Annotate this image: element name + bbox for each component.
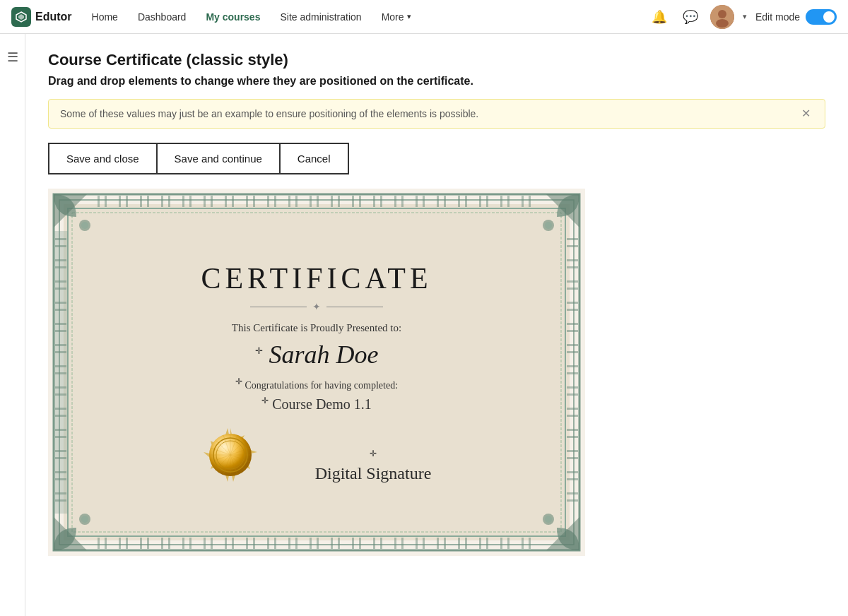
svg-rect-45 xyxy=(567,238,578,240)
svg-rect-147 xyxy=(458,538,460,549)
svg-rect-130 xyxy=(274,538,276,549)
divider-ornament: ✦ xyxy=(312,301,321,312)
svg-rect-127 xyxy=(246,538,248,549)
alert-text: Some of these values may just be an exam… xyxy=(60,108,478,119)
svg-rect-136 xyxy=(338,538,340,549)
page-subtitle: Drag and drop elements to change where t… xyxy=(48,75,825,88)
nav-home[interactable]: Home xyxy=(83,7,126,27)
svg-rect-122 xyxy=(189,538,192,549)
svg-rect-151 xyxy=(500,538,502,549)
svg-rect-98 xyxy=(380,196,382,207)
svg-rect-89 xyxy=(288,196,290,207)
nav-more[interactable]: More ▾ xyxy=(373,7,420,27)
certificate-course-name[interactable]: ✛ Course Demo 1.1 xyxy=(105,396,529,413)
logo[interactable]: Edutor xyxy=(11,7,72,27)
svg-rect-124 xyxy=(211,538,213,549)
nav-my-courses[interactable]: My courses xyxy=(197,7,269,27)
svg-rect-126 xyxy=(232,538,234,549)
svg-rect-79 xyxy=(182,196,184,207)
svg-rect-90 xyxy=(295,196,298,207)
certificate-recipient-name[interactable]: ✛ Sarah Doe xyxy=(105,340,529,369)
svg-rect-111 xyxy=(522,196,524,207)
move-indicator-congrats: ✛ xyxy=(235,377,242,386)
svg-point-3 xyxy=(718,10,726,18)
svg-rect-148 xyxy=(465,538,467,549)
svg-rect-150 xyxy=(486,538,488,549)
svg-rect-92 xyxy=(317,196,319,207)
svg-rect-114 xyxy=(105,538,107,549)
certificate-bottom: ✛ Digital Signature xyxy=(105,427,529,483)
alert-banner: Some of these values may just be an exam… xyxy=(48,99,825,129)
svg-rect-102 xyxy=(423,196,425,207)
certificate-congrats-text[interactable]: ✛ Congratulations for having completed: xyxy=(105,377,529,391)
svg-rect-145 xyxy=(437,538,439,549)
svg-rect-108 xyxy=(486,196,488,207)
svg-rect-81 xyxy=(204,196,206,207)
move-indicator-name: ✛ xyxy=(255,345,263,356)
certificate-divider: ✦ xyxy=(105,301,529,312)
bell-icon: 🔔 xyxy=(652,9,667,25)
sidebar: ☰ xyxy=(0,34,25,616)
svg-rect-96 xyxy=(359,196,361,207)
svg-rect-106 xyxy=(465,196,467,207)
sidebar-menu-icon[interactable]: ☰ xyxy=(3,45,23,69)
certificate-title: CERTIFICATE xyxy=(105,261,529,295)
alert-close-button[interactable]: ✕ xyxy=(799,108,813,119)
svg-rect-85 xyxy=(246,196,248,207)
svg-rect-72 xyxy=(105,196,107,207)
user-avatar[interactable] xyxy=(710,5,734,29)
svg-rect-149 xyxy=(479,538,481,549)
save-continue-button[interactable]: Save and continue xyxy=(157,143,280,174)
svg-rect-117 xyxy=(140,538,142,549)
svg-rect-84 xyxy=(232,196,234,207)
cancel-button[interactable]: Cancel xyxy=(280,143,349,174)
avatar-chevron-icon: ▾ xyxy=(743,12,747,21)
svg-rect-73 xyxy=(119,196,121,207)
nav-dashboard[interactable]: Dashboard xyxy=(129,7,195,27)
certificate-content: CERTIFICATE ✦ This Certificate is Proudl… xyxy=(48,247,585,497)
svg-rect-116 xyxy=(126,538,128,549)
action-buttons: Save and close Save and continue Cancel xyxy=(48,143,825,174)
svg-rect-104 xyxy=(444,196,446,207)
notifications-button[interactable]: 🔔 xyxy=(648,6,671,28)
svg-rect-120 xyxy=(168,538,170,549)
svg-rect-129 xyxy=(267,538,269,549)
certificate-presented-text: This Certificate is Proudly Presented to… xyxy=(105,322,529,334)
svg-point-11 xyxy=(81,222,88,229)
svg-point-4 xyxy=(716,19,729,28)
svg-rect-140 xyxy=(380,538,382,549)
certificate-signature[interactable]: ✛ Digital Signature xyxy=(315,449,432,482)
svg-rect-131 xyxy=(288,538,290,549)
svg-rect-144 xyxy=(423,538,425,549)
messages-button[interactable]: 💬 xyxy=(679,6,702,28)
svg-rect-44 xyxy=(55,499,66,502)
logo-icon xyxy=(11,7,31,27)
svg-rect-143 xyxy=(416,538,418,549)
svg-rect-101 xyxy=(416,196,418,207)
svg-rect-109 xyxy=(500,196,502,207)
chat-icon: 💬 xyxy=(683,9,698,25)
certificate-wrapper: CERTIFICATE ✦ This Certificate is Proudl… xyxy=(48,189,585,556)
edit-mode-toggle[interactable] xyxy=(806,9,837,25)
certificate-signature-text: Digital Signature xyxy=(315,464,432,483)
svg-rect-119 xyxy=(161,538,163,549)
svg-rect-91 xyxy=(310,196,312,207)
move-indicator-course: ✛ xyxy=(261,396,269,405)
svg-point-17 xyxy=(545,516,552,523)
svg-rect-112 xyxy=(529,196,531,207)
svg-rect-135 xyxy=(331,538,333,549)
certificate-seal[interactable] xyxy=(202,427,259,483)
edit-mode-section: Edit mode xyxy=(755,9,837,25)
svg-rect-70 xyxy=(567,499,578,502)
svg-rect-80 xyxy=(189,196,192,207)
svg-rect-78 xyxy=(168,196,170,207)
nav-site-admin[interactable]: Site administration xyxy=(271,7,370,27)
svg-rect-146 xyxy=(444,538,446,549)
nav-actions: 🔔 💬 ▾ Edit mode xyxy=(648,5,837,29)
svg-rect-113 xyxy=(98,538,100,549)
svg-rect-95 xyxy=(352,196,354,207)
svg-rect-82 xyxy=(211,196,213,207)
save-close-button[interactable]: Save and close xyxy=(48,143,157,174)
svg-rect-154 xyxy=(529,538,531,549)
move-indicator-signature: ✛ xyxy=(370,449,377,458)
